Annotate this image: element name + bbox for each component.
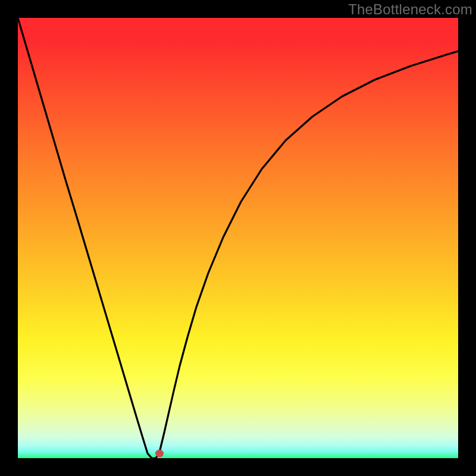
chart-frame: TheBottleneck.com (0, 0, 476, 476)
bottleneck-curve (18, 18, 458, 458)
minimum-marker (155, 450, 164, 458)
bottleneck-curve-svg (18, 18, 458, 458)
plot-area (18, 18, 458, 458)
attribution-text: TheBottleneck.com (348, 1, 472, 18)
